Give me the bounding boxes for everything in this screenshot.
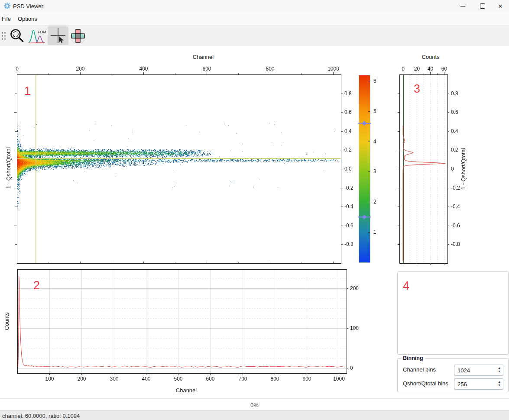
toolbar: FOM	[0, 25, 509, 46]
maximize-button[interactable]	[473, 0, 493, 12]
panel-annotation-2: 2	[33, 280, 40, 291]
app-icon	[3, 2, 11, 10]
channel-bins-label: Channel bins	[403, 366, 436, 373]
maximize-icon	[480, 3, 485, 9]
minimize-icon	[460, 6, 465, 6]
fom-icon: FOM	[28, 28, 46, 44]
crosshair-tool-button[interactable]	[48, 26, 68, 45]
panel-annotation-1: 1	[24, 85, 31, 97]
channel-plot-y-axis-title: Counts	[3, 287, 10, 356]
menu-file[interactable]: File	[0, 16, 14, 22]
binning-title: Binning	[401, 355, 425, 361]
menu-options[interactable]: Options	[14, 16, 41, 22]
heatmap-y-axis-title: 1 - Qshort/Qtotal	[5, 133, 12, 203]
info-panel: 4	[397, 271, 509, 355]
crosshair-icon	[50, 27, 66, 45]
titlebar[interactable]: PSD Viewer ✕	[0, 0, 509, 12]
progress-label: 0%	[250, 402, 259, 408]
progress-row: 0%	[0, 398, 509, 411]
window-title: PSD Viewer	[13, 3, 43, 10]
zoom-tool-button[interactable]	[7, 26, 26, 45]
grip-dots-icon	[1, 32, 6, 40]
magnifier-icon	[9, 28, 25, 44]
ratio-projection-canvas[interactable]	[386, 61, 472, 268]
close-button[interactable]: ✕	[492, 0, 509, 12]
quadrant-regions-tool-button[interactable]	[68, 26, 88, 45]
quadrant-regions-icon	[70, 28, 86, 44]
close-icon: ✕	[498, 3, 503, 9]
statusbar-text: channel: 60.0000, ratio: 0.1094	[0, 413, 80, 419]
channel-bins-down-button[interactable]: ▼	[498, 370, 501, 374]
fom-tool-button[interactable]: FOM	[27, 26, 46, 45]
statusbar: channel: 60.0000, ratio: 0.1094	[0, 410, 509, 420]
channel-plot-x-axis-title: Channel	[143, 387, 230, 394]
ratio-plot-y-axis-title: 1 - Qshort/Qtotal	[460, 134, 467, 204]
menubar: File Options	[0, 12, 509, 25]
minimize-button[interactable]	[453, 0, 473, 12]
binning-groupbox: Binning Channel bins ▲ ▼ Qshort/Qtotal b…	[397, 358, 509, 392]
channel-bins-input[interactable]	[454, 365, 496, 375]
toolbar-grip-handle[interactable]	[0, 26, 7, 45]
ratio-bins-down-button[interactable]: ▼	[498, 384, 501, 388]
panel-annotation-4: 4	[403, 280, 409, 292]
fom-icon-label: FOM	[38, 30, 46, 34]
ratio-bins-input[interactable]	[454, 379, 496, 389]
heatmap-x-axis-title: Channel	[160, 54, 246, 60]
ratio-bins-spinner[interactable]: ▲ ▼	[454, 378, 503, 390]
heatmap-plot-canvas[interactable]	[0, 61, 355, 268]
channel-projection-canvas[interactable]	[0, 263, 381, 393]
channel-bins-spinner[interactable]: ▲ ▼	[454, 365, 503, 376]
psd-viewer-window: PSD Viewer ✕ File Options	[0, 0, 509, 420]
ratio-plot-x-axis-title: Counts	[409, 54, 452, 60]
panel-annotation-3: 3	[414, 83, 420, 95]
ratio-bins-label: Qshort/Qtotal bins	[403, 380, 448, 387]
